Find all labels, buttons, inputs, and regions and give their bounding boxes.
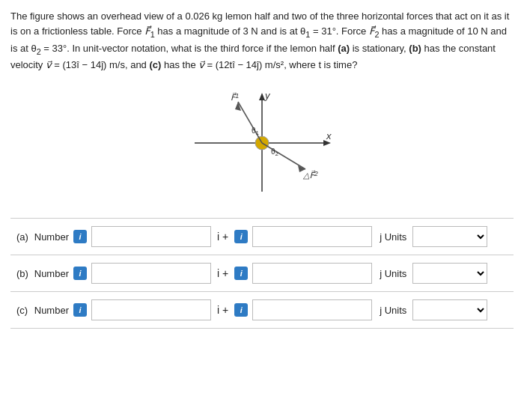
answer-row-a: (a) Number i i + i j Units bbox=[10, 219, 514, 255]
f1-label: F⃗1 bbox=[231, 92, 239, 102]
problem-text: The figure shows an overhead view of a 0… bbox=[10, 9, 514, 73]
svg-marker-1 bbox=[259, 93, 265, 100]
f2-label: △F⃗2 bbox=[302, 170, 318, 180]
part-b-letter: (b) bbox=[16, 268, 31, 279]
part-c-plus: i + bbox=[216, 304, 230, 316]
part-a-number: Number bbox=[34, 231, 69, 243]
svg-line-7 bbox=[262, 143, 305, 169]
answer-row-c: (c) Number i i + i j Units bbox=[10, 292, 514, 329]
theta2-label: θ2 bbox=[271, 147, 279, 157]
part-a-info-badge-j[interactable]: i bbox=[234, 230, 248, 243]
part-c-number: Number bbox=[34, 305, 69, 316]
part-a-j-units: j Units bbox=[380, 231, 406, 243]
part-b-info-badge-i[interactable]: i bbox=[73, 267, 87, 280]
part-c-number-input[interactable] bbox=[91, 299, 211, 320]
part-c-label: (c) Number bbox=[16, 305, 69, 316]
part-b-units-select[interactable] bbox=[412, 263, 487, 284]
svg-line-5 bbox=[238, 102, 262, 143]
answer-row-b: (b) Number i i + i j Units bbox=[10, 255, 514, 292]
part-c-units-select[interactable] bbox=[412, 299, 487, 320]
part-a-number-input[interactable] bbox=[91, 226, 211, 247]
part-a-label: (a) Number bbox=[16, 231, 69, 243]
part-b-label: (b) Number bbox=[16, 268, 69, 279]
part-b-j-units: j Units bbox=[380, 268, 406, 279]
part-a-units-select[interactable] bbox=[412, 226, 487, 247]
part-a-plus: i + bbox=[216, 231, 230, 243]
part-a-letter: (a) bbox=[16, 231, 31, 243]
part-c-j-input[interactable] bbox=[252, 299, 372, 320]
problem-line1: The figure shows an overhead view of a 0… bbox=[10, 10, 509, 70]
theta1-label: θ1 bbox=[252, 127, 260, 136]
part-b-info-badge-j[interactable]: i bbox=[234, 267, 248, 280]
part-c-letter: (c) bbox=[16, 305, 31, 316]
part-a-j-input[interactable] bbox=[252, 226, 372, 247]
part-c-info-badge-j[interactable]: i bbox=[234, 303, 248, 317]
part-c-j-units: j Units bbox=[380, 305, 406, 316]
part-c-info-badge-i[interactable]: i bbox=[73, 303, 87, 317]
part-b-number: Number bbox=[34, 268, 69, 279]
part-b-j-input[interactable] bbox=[252, 263, 372, 284]
part-a-info-badge-i[interactable]: i bbox=[73, 230, 87, 243]
answers-section: (a) Number i i + i j Units (b) Number i … bbox=[10, 218, 514, 329]
part-b-plus: i + bbox=[216, 267, 230, 279]
diagram-area: y x F⃗1 θ1 △F⃗2 bbox=[10, 83, 514, 203]
x-axis-label: x bbox=[326, 130, 332, 141]
diagram-svg: y x F⃗1 θ1 △F⃗2 bbox=[180, 87, 344, 199]
y-axis-label: y bbox=[264, 90, 271, 101]
page-container: The figure shows an overhead view of a 0… bbox=[0, 0, 524, 336]
part-b-number-input[interactable] bbox=[91, 263, 211, 284]
